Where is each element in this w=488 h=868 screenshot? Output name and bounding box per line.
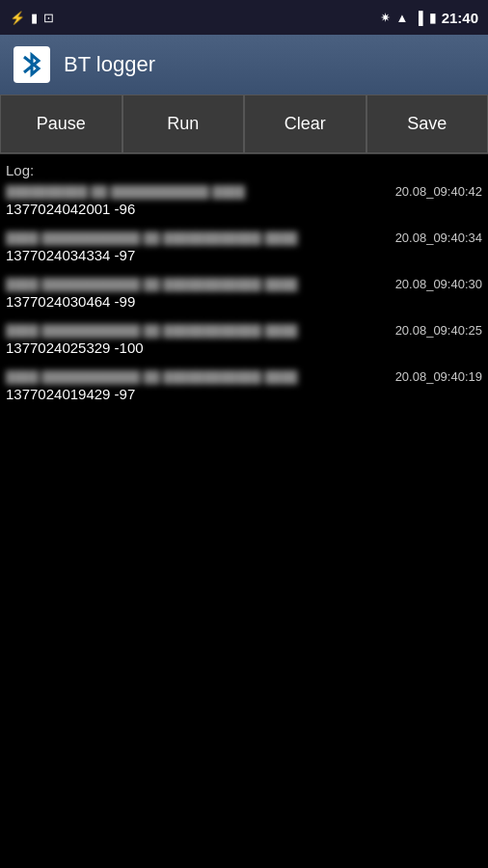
log-label: Log:: [6, 162, 482, 178]
log-entry: ████ ████████████ ██ ████████████ ████20…: [6, 277, 482, 310]
log-entry-data: 1377024019429 -97: [6, 386, 482, 402]
log-entry-data: 1377024030464 -99: [6, 293, 482, 310]
log-entry-header: ██████████ ██ ████████████ ████20.08_09:…: [6, 184, 482, 199]
log-entry-device-name: ████ ████████████ ██ ████████████ ████: [6, 231, 297, 245]
signal-icon: ▐: [414, 11, 422, 25]
log-entry: ████ ████████████ ██ ████████████ ████20…: [6, 369, 482, 402]
log-entry: ████ ████████████ ██ ████████████ ████20…: [6, 323, 482, 356]
app-title: BT logger: [64, 52, 155, 77]
wifi-icon: ▲: [396, 11, 409, 25]
bluetooth-app-icon: [14, 46, 50, 83]
log-entry-device-name: ██████████ ██ ████████████ ████: [6, 185, 245, 199]
bluetooth-status-icon: ✴: [380, 11, 391, 25]
log-entry-header: ████ ████████████ ██ ████████████ ████20…: [6, 231, 482, 245]
clear-button[interactable]: Clear: [244, 95, 366, 153]
title-bar: BT logger: [0, 35, 488, 95]
save-button[interactable]: Save: [366, 95, 489, 153]
log-entry-data: 1377024042001 -96: [6, 201, 482, 217]
log-entries-container: ██████████ ██ ████████████ ████20.08_09:…: [6, 184, 482, 402]
log-entry-device-name: ████ ████████████ ██ ████████████ ████: [6, 370, 297, 384]
log-entry-header: ████ ████████████ ██ ████████████ ████20…: [6, 277, 482, 291]
log-entry-timestamp: 20.08_09:40:19: [395, 369, 482, 384]
log-entry-header: ████ ████████████ ██ ████████████ ████20…: [6, 369, 482, 384]
log-entry-device-name: ████ ████████████ ██ ████████████ ████: [6, 324, 297, 338]
log-entry-header: ████ ████████████ ██ ████████████ ████20…: [6, 323, 482, 338]
battery-full-icon: ▮: [429, 11, 436, 25]
run-button[interactable]: Run: [122, 95, 245, 153]
log-entry-timestamp: 20.08_09:40:25: [395, 323, 482, 338]
log-entry-timestamp: 20.08_09:40:34: [395, 231, 482, 245]
status-left-icons: ⚡ ▮ ⊡: [10, 11, 54, 25]
battery-icon: ▮: [31, 11, 38, 25]
log-entry-timestamp: 20.08_09:40:30: [395, 277, 482, 291]
usb-icon: ⚡: [10, 11, 25, 25]
log-entry: ██████████ ██ ████████████ ████20.08_09:…: [6, 184, 482, 217]
log-entry-device-name: ████ ████████████ ██ ████████████ ████: [6, 278, 297, 291]
status-bar: ⚡ ▮ ⊡ ✴ ▲ ▐ ▮ 21:40: [0, 0, 488, 35]
log-entry: ████ ████████████ ██ ████████████ ████20…: [6, 231, 482, 263]
status-right-icons: ✴ ▲ ▐ ▮ 21:40: [380, 10, 478, 26]
shop-icon: ⊡: [43, 11, 54, 25]
pause-button[interactable]: Pause: [0, 95, 122, 153]
log-area: Log: ██████████ ██ ████████████ ████20.0…: [0, 154, 488, 868]
toolbar: Pause Run Clear Save: [0, 95, 488, 154]
time-display: 21:40: [442, 10, 478, 26]
log-entry-data: 1377024034334 -97: [6, 247, 482, 263]
log-entry-data: 1377024025329 -100: [6, 339, 482, 356]
log-entry-timestamp: 20.08_09:40:42: [395, 184, 482, 199]
